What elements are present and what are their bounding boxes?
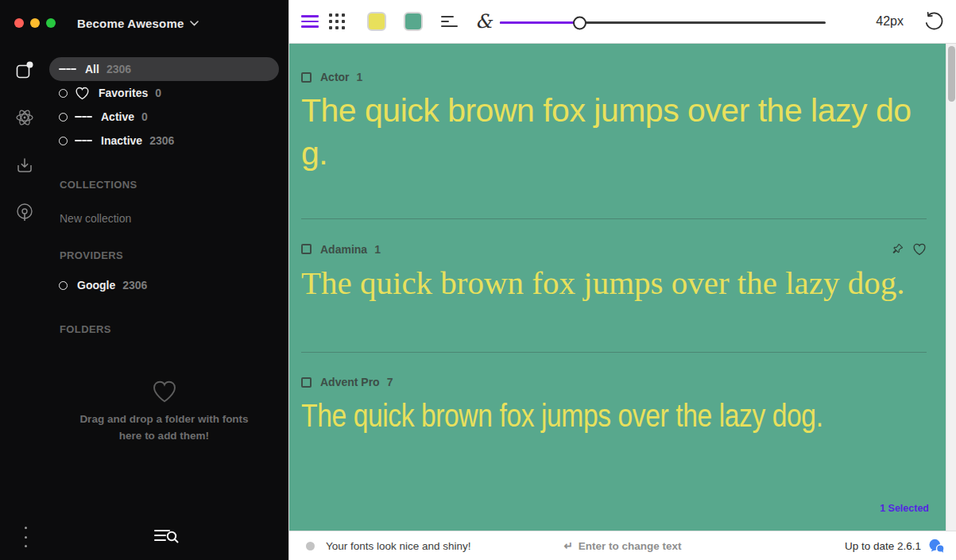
- font-row-header: Advent Pro 7: [301, 376, 927, 388]
- sidebar-item-all[interactable]: All 2306: [49, 57, 279, 81]
- fonts-icon: [14, 60, 35, 80]
- sidebar-item-label: Favorites: [99, 87, 148, 99]
- list-lines-icon: [75, 138, 92, 144]
- new-collection-button[interactable]: New collection: [49, 212, 279, 225]
- version-text: Up to date 2.6.1: [845, 540, 921, 552]
- heart-icon: [75, 87, 90, 100]
- sidebar-item-count: 2306: [106, 63, 131, 75]
- slider-thumb[interactable]: [573, 16, 586, 29]
- sidebar-item-count: 2306: [122, 279, 147, 292]
- reset-icon: [923, 11, 943, 32]
- sidebar-item-count: 0: [141, 110, 148, 123]
- traffic-lights: [14, 18, 56, 28]
- radio-icon[interactable]: [59, 281, 68, 290]
- chat-icon[interactable]: [928, 539, 945, 554]
- selection-count: 1 Selected: [880, 503, 929, 514]
- broadcast-tab-button[interactable]: [0, 197, 49, 229]
- main-panel: & 42px Actor 1 The qu: [288, 0, 956, 560]
- chevron-down-icon: [190, 21, 199, 26]
- sidebar-item-label: Google: [77, 279, 115, 292]
- providers-header: PROVIDERS: [49, 249, 279, 261]
- folders-empty-text: Drag and drop a folder with fonts here t…: [75, 411, 254, 445]
- grid-view-button[interactable]: [329, 14, 345, 29]
- minimize-window-button[interactable]: [30, 18, 40, 28]
- font-row-header: Adamina 1: [301, 242, 927, 256]
- reset-button[interactable]: [923, 11, 943, 32]
- scrollbar-thumb[interactable]: [948, 46, 955, 102]
- sidebar-item-active[interactable]: Active 0: [49, 105, 279, 129]
- radio-icon[interactable]: [59, 137, 68, 145]
- enter-key-icon: ↵: [563, 539, 572, 552]
- close-window-button[interactable]: [14, 18, 24, 28]
- sidebar-item-count: 2306: [149, 134, 174, 147]
- collections-header: COLLECTIONS: [49, 179, 279, 191]
- folders-header: FOLDERS: [49, 323, 279, 335]
- broadcast-icon: [14, 203, 35, 223]
- vertical-scrollbar[interactable]: [946, 44, 956, 531]
- fonts-tab-button[interactable]: [0, 54, 49, 86]
- font-style-count: 1: [374, 243, 381, 256]
- status-hint-text: Enter to change text: [579, 540, 682, 552]
- glyphs-button[interactable]: &: [475, 12, 492, 31]
- font-style-count: 7: [387, 376, 393, 388]
- icon-rail: [0, 46, 49, 560]
- font-checkbox[interactable]: [301, 244, 312, 254]
- folders-drop-zone[interactable]: Drag and drop a folder with fonts here t…: [49, 380, 279, 445]
- font-row-advent-pro[interactable]: Advent Pro 7 The quick brown fox jumps o…: [289, 353, 946, 437]
- library-nav: All 2306 Favorites 0 Active 0 Inactive 2…: [49, 57, 279, 445]
- font-row-actor[interactable]: Actor 1 The quick brown fox jumps over t…: [289, 44, 946, 175]
- status-message: Your fonts look nice and shiny!: [326, 540, 471, 552]
- font-row-header: Actor 1: [301, 71, 927, 83]
- statusbar: Your fonts look nice and shiny! ↵ Enter …: [289, 531, 956, 560]
- font-sample-text[interactable]: The quick brown fox jumps over the lazy …: [301, 89, 927, 175]
- search-fonts-button[interactable]: [153, 527, 179, 546]
- text-align-button[interactable]: [441, 14, 458, 30]
- list-view-button[interactable]: [301, 13, 319, 31]
- heart-icon[interactable]: [912, 243, 927, 256]
- font-name[interactable]: Actor: [320, 71, 350, 83]
- font-row-adamina[interactable]: Adamina 1 The quick brown fox jumps over…: [289, 219, 946, 304]
- sidebar-item-google[interactable]: Google 2306: [49, 273, 279, 297]
- toolbar: & 42px: [289, 0, 956, 44]
- row-actions: [891, 242, 927, 256]
- slider-fill: [500, 21, 575, 24]
- status-hint: ↵ Enter to change text: [563, 539, 681, 552]
- font-preview-list: Actor 1 The quick brown fox jumps over t…: [289, 44, 946, 531]
- background-color-swatch[interactable]: [404, 12, 423, 31]
- lab-tab-button[interactable]: [0, 102, 49, 133]
- sidebar: Become Awesome: [0, 0, 288, 560]
- font-name[interactable]: Adamina: [320, 243, 367, 256]
- titlebar: Become Awesome: [0, 0, 288, 46]
- font-size-slider[interactable]: [500, 21, 826, 24]
- pin-icon[interactable]: [891, 242, 904, 256]
- list-lines-icon: [75, 114, 92, 120]
- font-name[interactable]: Advent Pro: [320, 376, 380, 388]
- sidebar-item-label: Inactive: [101, 134, 142, 147]
- sidebar-item-favorites[interactable]: Favorites 0: [49, 81, 279, 105]
- font-size-value: 42px: [876, 14, 904, 29]
- app-window: Become Awesome: [0, 0, 956, 560]
- list-lines-icon: [59, 67, 76, 72]
- sidebar-item-label: All: [85, 63, 99, 75]
- more-options-button[interactable]: [17, 527, 33, 547]
- workspace-switcher[interactable]: Become Awesome: [77, 17, 199, 30]
- text-color-swatch[interactable]: [367, 12, 386, 31]
- atom-icon: [14, 107, 35, 128]
- font-checkbox[interactable]: [301, 72, 312, 83]
- font-style-count: 1: [357, 71, 363, 83]
- sidebar-item-inactive[interactable]: Inactive 2306: [49, 129, 279, 153]
- radio-icon[interactable]: [59, 89, 68, 98]
- zoom-window-button[interactable]: [46, 18, 56, 28]
- sidebar-item-count: 0: [155, 87, 161, 99]
- font-sample-text[interactable]: The quick brown fox jumps over the lazy …: [301, 394, 814, 437]
- status-dot-icon: [306, 542, 315, 550]
- sidebar-footer: [0, 514, 288, 560]
- workspace-title: Become Awesome: [77, 17, 184, 30]
- sidebar-item-label: Active: [101, 110, 134, 123]
- font-sample-text[interactable]: The quick brown fox jumps over the lazy …: [301, 261, 927, 304]
- downloads-tab-button[interactable]: [0, 149, 49, 181]
- radio-icon[interactable]: [59, 113, 68, 122]
- search-list-icon: [153, 527, 179, 546]
- download-icon: [15, 156, 34, 175]
- font-checkbox[interactable]: [301, 377, 312, 388]
